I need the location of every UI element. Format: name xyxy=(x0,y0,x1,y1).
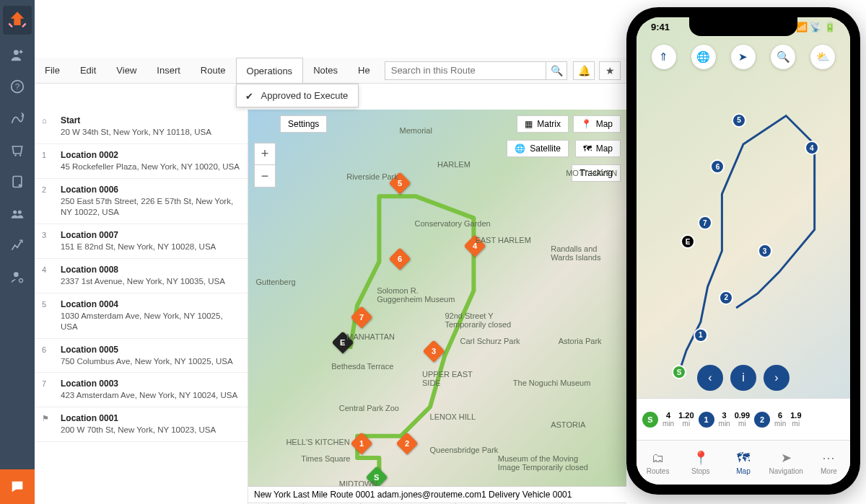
stop-number: 2 xyxy=(42,185,53,218)
approved-to-execute-item[interactable]: ✔ Approved to Execute xyxy=(237,84,358,107)
phone-marker-6[interactable]: 6 xyxy=(710,159,725,174)
menu-file[interactable]: File xyxy=(35,58,70,83)
chat-icon[interactable] xyxy=(0,469,35,504)
stop-number: ⚑ xyxy=(42,413,53,436)
map-pane[interactable]: Settings ▦ Matrix 📍 Map 🌐 Satellite 🗺 Ma… xyxy=(248,110,626,504)
marker-7[interactable]: 7 xyxy=(354,309,369,328)
stop-name: Location 0007 xyxy=(61,230,240,240)
strip-badge[interactable]: 2 xyxy=(754,412,770,428)
tab-map[interactable]: 🗺Map xyxy=(722,441,764,485)
stop-strip[interactable]: S4min1.20mi13min0.99mi26min1.9mi xyxy=(637,398,850,440)
operations-dropdown: ✔ Approved to Execute xyxy=(236,84,359,107)
stop-name: Location 0002 xyxy=(61,150,240,160)
user-settings-icon[interactable] xyxy=(6,265,29,288)
menu-operations[interactable]: Operations ✔ Approved to Execute xyxy=(236,58,304,83)
stop-row[interactable]: 4Location 00082337 1st Avenue, New York,… xyxy=(35,259,248,293)
strip-badge[interactable]: S xyxy=(642,412,658,428)
strip-dist: 1.20mi xyxy=(678,411,694,428)
stop-row[interactable]: 2Location 0006250 East 57th Street, 226 … xyxy=(35,179,248,224)
marker-6[interactable]: 6 xyxy=(392,251,408,270)
stop-address: 45 Rockefeller Plaza, New York, NY 10020… xyxy=(61,162,240,172)
stop-row[interactable]: 7Location 0003423 Amsterdam Ave, New Yor… xyxy=(35,373,248,407)
stop-number: 3 xyxy=(42,230,53,252)
stop-number: 5 xyxy=(42,299,53,332)
stop-name: Location 0004 xyxy=(61,299,240,309)
compass-button[interactable]: ⇑ xyxy=(652,45,676,69)
tab-more[interactable]: ⋯More xyxy=(808,441,850,485)
locate-button[interactable]: ➤ xyxy=(731,45,756,69)
menu-insert[interactable]: Insert xyxy=(146,58,191,83)
marker-3[interactable]: 3 xyxy=(426,343,442,362)
analytics-icon[interactable] xyxy=(6,234,29,257)
stop-number: 7 xyxy=(42,379,53,401)
marker-end[interactable]: E xyxy=(335,335,351,353)
info-button[interactable]: i xyxy=(730,365,756,391)
stop-name: Location 0005 xyxy=(61,345,240,355)
stop-address: 200 W 70th St, New York, NY 10023, USA xyxy=(61,425,240,436)
stop-name: Location 0003 xyxy=(61,379,240,389)
weather-button[interactable]: ⛅ xyxy=(810,45,835,69)
phone-marker-4[interactable]: 4 xyxy=(805,141,819,155)
svg-point-0 xyxy=(14,50,19,55)
stop-address: 250 East 57th Street, 226 E 57th St, New… xyxy=(61,196,240,218)
app-logo[interactable] xyxy=(3,6,32,35)
star-icon[interactable]: ★ xyxy=(599,61,621,80)
svg-point-10 xyxy=(19,279,23,283)
search-input[interactable] xyxy=(385,61,546,80)
phone-marker-start[interactable]: S xyxy=(672,365,686,379)
route-info: New York Last Mile Route 0001 adam.jones… xyxy=(248,487,626,503)
phone-marker-7[interactable]: 7 xyxy=(698,216,712,230)
left-rail: ? xyxy=(0,0,35,504)
menu-view[interactable]: View xyxy=(106,58,146,83)
help-icon[interactable]: ? xyxy=(6,75,29,98)
phone-marker-5[interactable]: 5 xyxy=(732,113,746,128)
search-button[interactable]: 🔍 xyxy=(546,61,567,80)
next-button[interactable]: › xyxy=(764,365,790,391)
stops-panel: ⌂Start20 W 34th St, New York, NY 10118, … xyxy=(35,110,248,504)
approved-label: Approved to Execute xyxy=(261,90,349,101)
tab-navigation[interactable]: ➤Navigation xyxy=(765,441,808,485)
add-user-icon[interactable] xyxy=(6,43,29,66)
stop-row[interactable]: 1Location 000245 Rockefeller Plaza, New … xyxy=(35,144,248,179)
menu-help[interactable]: He xyxy=(348,58,380,83)
route-summary-footer: New York Last Mile Route 0001 adam.jones… xyxy=(248,486,626,504)
menu-edit[interactable]: Edit xyxy=(70,58,106,83)
tab-routes[interactable]: 🗂Routes xyxy=(637,441,679,485)
stop-row[interactable]: 5Location 00041030 Amsterdam Ave, New Yo… xyxy=(35,293,248,339)
prev-button[interactable]: ‹ xyxy=(697,365,723,391)
stop-name: Location 0006 xyxy=(61,185,240,195)
addressbook-icon[interactable] xyxy=(6,170,29,193)
stop-row[interactable]: ⌂Start20 W 34th St, New York, NY 10118, … xyxy=(35,110,248,144)
menu-bar: File Edit View Insert Route Operations ✔… xyxy=(35,58,626,84)
menu-notes[interactable]: Notes xyxy=(303,58,348,83)
orders-icon[interactable] xyxy=(6,138,29,162)
marker-start[interactable]: S xyxy=(369,469,385,488)
bell-icon[interactable]: 🔔 xyxy=(573,61,595,80)
phone-tabs: 🗂Routes 📍Stops 🗺Map ➤Navigation ⋯More xyxy=(637,440,850,485)
menu-route[interactable]: Route xyxy=(191,58,236,83)
stop-row[interactable]: ⚑Location 0001200 W 70th St, New York, N… xyxy=(35,407,248,442)
globe-button[interactable]: 🌐 xyxy=(691,45,716,69)
strip-time: 6min xyxy=(774,411,786,428)
phone-marker-3[interactable]: 3 xyxy=(758,244,772,258)
phone-marker-end[interactable]: E xyxy=(681,234,695,249)
stop-row[interactable]: 6Location 0005750 Columbus Ave, New York… xyxy=(35,339,248,373)
marker-5[interactable]: 5 xyxy=(392,175,408,194)
strip-dist: 1.9mi xyxy=(790,411,801,428)
stop-name: Location 0001 xyxy=(61,413,240,423)
marker-4[interactable]: 4 xyxy=(467,238,483,257)
routes-icon[interactable] xyxy=(6,107,29,130)
marker-1[interactable]: 1 xyxy=(354,436,369,454)
strip-badge[interactable]: 1 xyxy=(699,412,714,428)
team-icon[interactable] xyxy=(6,202,29,225)
phone-marker-2[interactable]: 2 xyxy=(719,291,733,305)
route-path xyxy=(248,110,626,504)
phone-notch xyxy=(689,17,797,36)
tab-stops[interactable]: 📍Stops xyxy=(679,441,722,485)
marker-2[interactable]: 2 xyxy=(399,436,415,454)
stop-row[interactable]: 3Location 0007151 E 82nd St, New York, N… xyxy=(35,224,248,259)
phone-marker-1[interactable]: 1 xyxy=(694,328,708,342)
stop-number: ⌂ xyxy=(42,115,53,138)
strip-dist: 0.99mi xyxy=(735,411,750,428)
search-button[interactable]: 🔍 xyxy=(771,45,795,69)
